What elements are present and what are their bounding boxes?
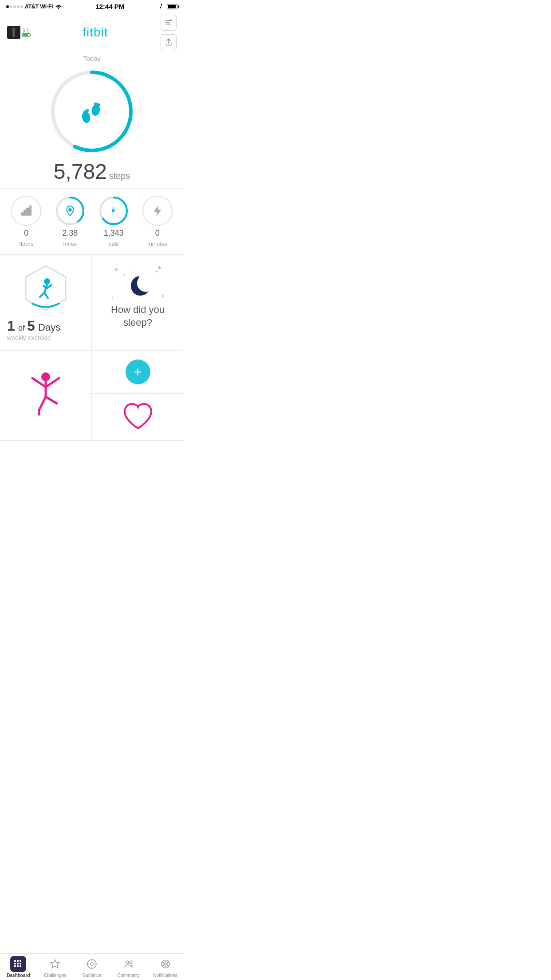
yoga-figure [26,370,66,421]
svg-point-0 [58,8,59,9]
cals-progress-ring [98,196,129,226]
stairs-icon [18,203,34,219]
steps-circle-container: ‹ [0,67,184,184]
star3: ✦ [157,264,162,272]
device-wifi: ((·)) [23,28,30,33]
add-button[interactable]: + [126,360,150,384]
floors-stat[interactable]: 0 floors [11,196,41,247]
footsteps-svg [76,96,107,127]
today-section: Today [0,53,184,67]
svg-point-25 [41,372,50,381]
battery-icon [167,4,177,9]
status-left: AT&T Wi-Fi [6,4,62,10]
device-status: ((·)) [22,28,30,37]
cals-value: 1,343 [104,229,124,238]
status-right [158,4,177,10]
status-bar: AT&T Wi-Fi 12:44 PM [0,0,184,12]
star6: ✦ [161,293,165,299]
main-content: Today ‹ [0,53,184,467]
stats-row: 0 floors 2.38 miles [0,188,184,254]
cals-label: cals [109,241,119,247]
steps-icon [76,96,107,127]
signal-dots [6,5,23,8]
steps-circle[interactable] [47,67,136,156]
today-label: Today [83,55,101,62]
exercise-unit: Days [38,322,60,333]
activity-card[interactable] [0,351,92,441]
sleep-visual: ✦ + ✦ + ✦ ✦ + [109,264,167,304]
exercise-count-text: 1 of 5 Days [7,318,60,334]
minutes-circle [142,196,173,226]
heart-svg [122,403,153,431]
sleep-question: How did you sleep? [99,304,177,329]
steps-count: 5,782 [54,160,107,183]
sleep-card[interactable]: ✦ + ✦ + ✦ ✦ + How did you sleep? [92,255,184,351]
device-image [7,26,20,39]
header-actions [161,15,177,50]
miles-value: 2.38 [62,229,78,238]
floors-circle [11,196,41,226]
svg-rect-2 [165,22,169,23]
star4: + [111,295,114,301]
carrier-text: AT&T Wi-Fi [25,4,53,10]
device-info: ((·)) [7,26,30,39]
svg-point-19 [44,278,50,285]
moon-svg [125,273,151,299]
star1: ✦ [114,266,119,273]
exercise-text: 1 of 5 Days weekly exercise [7,318,60,341]
cals-stat[interactable]: 1,343 cals [98,196,129,247]
app-title: fitbit [83,25,108,40]
exercise-goal: 5 [27,318,35,334]
exercise-badge-svg [21,264,70,312]
minutes-value: 0 [155,229,160,238]
minutes-label: minutes [147,241,168,247]
share-button[interactable] [161,34,177,50]
time-display: 12:44 PM [95,3,124,10]
add-card[interactable]: + [92,351,184,394]
device-battery [22,33,30,37]
svg-line-22 [44,292,48,298]
floors-value: 0 [24,229,28,238]
star7: + [134,266,136,270]
miles-label: miles [63,241,77,247]
exercise-sub: weekly exercise [7,334,60,341]
menu-button[interactable] [161,15,177,31]
star5: ✦ [122,273,126,277]
bluetooth-icon [158,4,164,10]
steps-unit: steps [109,171,130,181]
steps-display: 5,782 steps [54,159,130,184]
app-header: ((·)) fitbit [0,12,184,53]
exercise-current: 1 [7,318,15,334]
heart-card[interactable] [92,394,184,440]
miles-stat[interactable]: 2.38 miles [55,196,85,247]
floors-label: floors [19,241,33,247]
cals-circle [98,196,129,226]
plus-heart-column: + [92,351,184,441]
miles-progress-ring [55,196,85,226]
svg-line-29 [39,397,46,410]
svg-line-21 [40,292,44,297]
cards-grid: 1 of 5 Days weekly exercise ✦ + ✦ + ✦ ✦ [0,254,184,441]
svg-rect-3 [165,24,171,25]
wifi-icon [55,4,62,9]
miles-circle [55,196,85,226]
yoga-svg [26,370,66,419]
exercise-card[interactable]: 1 of 5 Days weekly exercise [0,255,92,351]
minutes-stat[interactable]: 0 minutes [142,196,173,247]
lightning-icon [151,205,164,217]
exercise-icon-area [7,264,84,312]
svg-line-30 [46,397,57,403]
sleep-card-content: ✦ + ✦ + ✦ ✦ + How did you sleep? [99,264,177,329]
exercise-of: of [18,324,27,332]
